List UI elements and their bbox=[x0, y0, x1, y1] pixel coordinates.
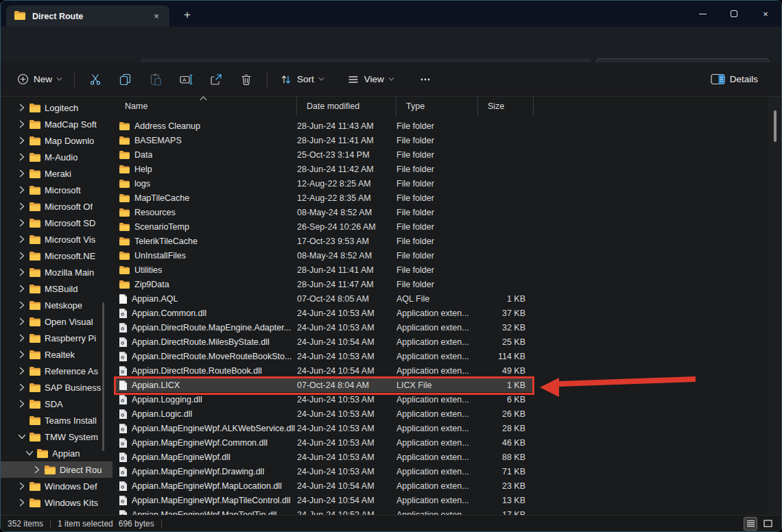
file-row[interactable]: Address Cleanup 28-Jun-24 11:43 AM File … bbox=[114, 119, 534, 133]
file-row[interactable]: Utilities 28-Jun-24 11:41 AM File folder bbox=[114, 263, 534, 277]
delete-button[interactable] bbox=[231, 67, 261, 92]
share-button[interactable] bbox=[201, 67, 231, 92]
sidebar-folder-item[interactable]: Microsoft SD bbox=[1, 215, 112, 231]
file-row[interactable]: Appian.MapEngineWpf.Common.dll 24-Jun-24… bbox=[114, 435, 534, 450]
file-row[interactable]: Appian.MapEngineWpf.Drawing.dll 24-Jun-2… bbox=[114, 464, 534, 479]
sidebar-folder-item[interactable]: Microsoft.NE bbox=[1, 247, 112, 264]
tree-expand-chevron-icon[interactable] bbox=[19, 482, 25, 490]
rename-button[interactable]: A bbox=[171, 67, 201, 92]
file-row[interactable]: TelerikTileCache 17-Oct-23 9:53 AM File … bbox=[114, 234, 534, 248]
tree-expand-chevron-icon[interactable] bbox=[19, 219, 25, 227]
sidebar-folder-item[interactable]: Logitech bbox=[1, 99, 112, 116]
sidebar-folder-item[interactable]: TMW System bbox=[1, 428, 112, 445]
sidebar-folder-item[interactable]: MadCap Soft bbox=[1, 116, 112, 132]
sidebar-folder-item[interactable]: Teams Install bbox=[1, 412, 112, 428]
sidebar-folder-item[interactable]: Map Downlo bbox=[1, 132, 112, 149]
tree-expand-chevron-icon[interactable] bbox=[19, 317, 25, 326]
sidebar-folder-item[interactable]: Appian bbox=[1, 445, 112, 461]
file-row[interactable]: Help 28-Jun-24 11:42 AM File folder bbox=[114, 162, 534, 176]
tree-expand-chevron-icon[interactable] bbox=[19, 285, 25, 293]
tree-expand-chevron-icon[interactable] bbox=[19, 186, 25, 194]
file-row[interactable]: Appian.Common.dll 24-Jun-24 10:53 AM App… bbox=[114, 306, 534, 320]
tree-expand-chevron-icon[interactable] bbox=[19, 153, 25, 161]
vertical-scrollbar-track[interactable] bbox=[768, 97, 781, 515]
file-row[interactable]: logs 12-Aug-22 8:25 AM File folder bbox=[114, 176, 534, 191]
sidebar-folder-item[interactable]: Direct Rou bbox=[1, 461, 112, 478]
column-header-date-modified[interactable]: Date modified bbox=[297, 97, 396, 116]
column-header-name[interactable]: Name bbox=[114, 97, 297, 116]
file-row[interactable]: Appian.MapEngineWpf.MapLocation.dll 24-J… bbox=[114, 479, 534, 493]
file-row[interactable]: Data 25-Oct-23 3:14 PM File folder bbox=[114, 147, 534, 162]
cut-button[interactable] bbox=[80, 67, 110, 92]
sidebar-folder-item[interactable]: SDA bbox=[1, 396, 112, 412]
minimize-button[interactable] bbox=[687, 1, 718, 27]
file-row[interactable]: Appian.DirectRoute.RouteBook.dll 24-Jun-… bbox=[114, 363, 534, 378]
tree-expand-chevron-icon[interactable] bbox=[19, 120, 25, 128]
sidebar-folder-item[interactable]: Microsoft bbox=[1, 182, 112, 198]
sidebar-folder-item[interactable]: Meraki bbox=[1, 165, 112, 182]
tree-expand-chevron-icon[interactable] bbox=[19, 433, 25, 441]
file-row[interactable]: Appian.AQL 07-Oct-24 8:05 AM AQL File 1 … bbox=[114, 291, 534, 306]
tree-expand-chevron-icon[interactable] bbox=[19, 383, 25, 391]
sidebar-folder-item[interactable]: Mozilla Main bbox=[1, 264, 112, 280]
column-header-type[interactable]: Type bbox=[396, 97, 478, 116]
tab-close-icon[interactable]: × bbox=[149, 9, 164, 24]
view-button[interactable]: View bbox=[340, 67, 401, 92]
close-button[interactable]: × bbox=[750, 1, 781, 27]
tree-expand-chevron-icon[interactable] bbox=[19, 367, 25, 375]
tree-expand-chevron-icon[interactable] bbox=[19, 235, 25, 243]
copy-button[interactable] bbox=[110, 67, 141, 92]
tree-expand-chevron-icon[interactable] bbox=[19, 169, 25, 178]
tree-expand-chevron-icon[interactable] bbox=[34, 466, 40, 474]
file-row[interactable]: Appian.MapEngineWpf.MapTileControl.dll 2… bbox=[114, 493, 534, 507]
sidebar-folder-item[interactable]: MSBuild bbox=[1, 280, 112, 297]
explorer-tab[interactable]: Direct Route × bbox=[6, 5, 169, 27]
sidebar-folder-item[interactable]: Realtek bbox=[1, 346, 112, 363]
sidebar-folder-item[interactable]: Windows Def bbox=[1, 478, 112, 494]
details-pane-button[interactable]: Details bbox=[704, 67, 765, 92]
file-row[interactable]: Appian.DirectRoute.MoveRouteBookSto... 2… bbox=[114, 349, 534, 363]
sidebar-folder-item[interactable]: Reference As bbox=[1, 363, 112, 379]
sidebar-folder-item[interactable]: Raspberry Pi bbox=[1, 330, 112, 346]
maximize-button[interactable] bbox=[718, 1, 750, 27]
tree-expand-chevron-icon[interactable] bbox=[19, 400, 25, 408]
tree-expand-chevron-icon[interactable] bbox=[19, 136, 25, 145]
tree-expand-chevron-icon[interactable] bbox=[19, 350, 25, 359]
file-row[interactable]: Appian.MapEngineWpf.ALKWebService.dll 24… bbox=[114, 421, 534, 435]
new-tab-button[interactable]: + bbox=[179, 7, 196, 23]
tree-expand-chevron-icon[interactable] bbox=[19, 498, 25, 507]
sidebar-scrollbar-thumb[interactable] bbox=[102, 302, 104, 451]
column-header-size[interactable]: Size bbox=[478, 97, 534, 116]
tree-expand-chevron-icon[interactable] bbox=[19, 334, 25, 342]
sort-button[interactable]: Sort bbox=[273, 67, 331, 92]
file-row[interactable]: Zip9Data 28-Jun-24 11:47 AM File folder bbox=[114, 277, 534, 291]
sidebar-folder-item[interactable]: Microsoft Vis bbox=[1, 231, 112, 247]
more-options-button[interactable] bbox=[410, 67, 440, 92]
new-button[interactable]: New bbox=[10, 67, 69, 92]
file-row[interactable]: MapTileCache 12-Aug-22 8:35 AM File fold… bbox=[114, 191, 534, 205]
file-row[interactable]: ScenarioTemp 26-Sep-24 10:26 AM File fol… bbox=[114, 219, 534, 234]
tree-expand-chevron-icon[interactable] bbox=[19, 202, 25, 210]
file-row[interactable]: Appian.DirectRoute.MilesByState.dll 24-J… bbox=[114, 335, 534, 349]
tree-expand-chevron-icon[interactable] bbox=[19, 268, 25, 276]
file-row[interactable]: Appian.Logic.dll 24-Jun-24 10:53 AM Appl… bbox=[114, 407, 534, 421]
details-view-toggle[interactable] bbox=[744, 517, 757, 531]
sidebar-folder-item[interactable]: Windows Kits bbox=[1, 494, 112, 511]
file-row[interactable]: Appian.MapEngineWpf.dll 24-Jun-24 10:53 … bbox=[114, 450, 534, 464]
tree-expand-chevron-icon[interactable] bbox=[19, 252, 25, 260]
tree-expand-chevron-icon[interactable] bbox=[26, 449, 33, 457]
sidebar-folder-item[interactable]: Microsoft Of bbox=[1, 198, 112, 215]
paste-button[interactable] bbox=[141, 67, 171, 92]
tree-expand-chevron-icon[interactable] bbox=[19, 104, 25, 112]
file-row[interactable]: UnInstallFiles 08-May-24 8:52 AM File fo… bbox=[114, 248, 534, 263]
vertical-scrollbar-thumb[interactable] bbox=[774, 110, 777, 142]
sidebar-folder-item[interactable]: Netskope bbox=[1, 297, 112, 313]
file-row[interactable]: Appian.DirectRoute.MapEngine.Adapter... … bbox=[114, 320, 534, 335]
tree-expand-chevron-icon[interactable] bbox=[19, 301, 25, 309]
file-row[interactable]: BASEMAPS 28-Jun-24 11:41 AM File folder bbox=[114, 133, 534, 147]
thumbnail-view-toggle[interactable] bbox=[761, 517, 774, 531]
sidebar-folder-item[interactable]: M-Audio bbox=[1, 149, 112, 165]
sidebar-folder-item[interactable]: SAP Business bbox=[1, 379, 112, 396]
file-row[interactable]: Resources 08-May-24 8:52 AM File folder bbox=[114, 205, 534, 219]
sidebar-folder-item[interactable]: Open Visual bbox=[1, 313, 112, 330]
